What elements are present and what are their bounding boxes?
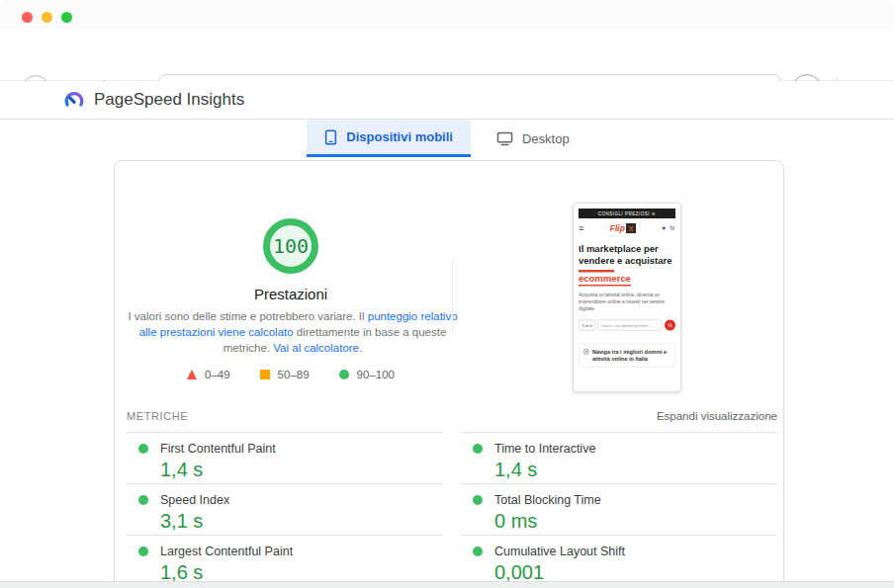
metric-speed-index: Speed Index 3,1 s <box>127 483 443 535</box>
rotating-word-strike <box>579 270 614 273</box>
metric-status-dot <box>138 546 148 556</box>
metrics-section-label: METRICHE <box>127 410 188 422</box>
site-preview-thumbnail: CONSIGLI PREZIOSI ✕ ≡ Flip X ♥ Il market… <box>573 203 681 392</box>
legend-range: 90–100 <box>357 369 395 380</box>
site-logo-text: Flip <box>610 223 625 233</box>
metric-label: Cumulative Layout Shift <box>494 545 625 558</box>
legend-item-good: 90–100 <box>339 369 395 380</box>
orange-square-icon <box>260 370 270 379</box>
page-title: PageSpeed Insights <box>94 90 244 110</box>
score-section: 100 Prestazioni I valori sono delle stim… <box>127 218 455 380</box>
metric-first-contentful-paint: First Contentful Paint 1,4 s <box>127 432 443 483</box>
green-circle-icon <box>339 370 349 379</box>
metric-cumulative-layout-shift: Cumulative Layout Shift 0,001 <box>461 535 777 586</box>
desktop-icon <box>496 131 513 146</box>
device-tabs: Dispositivi mobili Desktop <box>0 120 894 157</box>
site-heading: Il marketplace per vendere e acquistare <box>579 243 675 267</box>
site-promo-bar: CONSIGLI PREZIOSI ✕ <box>579 209 675 218</box>
metric-label: First Contentful Paint <box>160 442 276 456</box>
window-bottom-edge <box>0 581 894 588</box>
metric-time-to-interactive: Time to Interactive 1,4 s <box>461 432 777 483</box>
site-logo: Flip X <box>583 223 662 233</box>
metric-largest-contentful-paint: Largest Contentful Paint 1,6 s <box>127 535 443 586</box>
performance-score-value: 100 <box>273 234 309 258</box>
red-triangle-icon <box>187 370 197 379</box>
tab-label: Dispositivi mobili <box>346 129 453 144</box>
site-banner: Naviga tra i migliori domini e attività … <box>579 344 675 368</box>
site-search-input[interactable]: Cerca i tuoi domini preferiti <box>598 320 663 331</box>
score-legend: 0–49 50–89 90–100 <box>127 369 455 380</box>
tab-label: Desktop <box>522 131 570 146</box>
tab-desktop[interactable]: Desktop <box>479 120 587 157</box>
tab-dispositivi-mobili[interactable]: Dispositivi mobili <box>307 120 471 157</box>
site-description: Acquista un'attività online, diventa un … <box>579 292 675 312</box>
browser-toolbar: Search ••• <box>0 30 894 81</box>
disclaimer-text: I valori sono delle stime e potrebbero v… <box>128 310 367 322</box>
metric-status-dot <box>473 495 483 505</box>
metric-label: Speed Index <box>160 493 229 507</box>
metric-value: 0 ms <box>494 510 777 533</box>
compass-icon <box>583 349 590 356</box>
legend-item-average: 50–89 <box>260 369 310 380</box>
metric-label: Largest Contentful Paint <box>160 545 293 558</box>
cart-icon <box>670 225 676 231</box>
score-preview-divider <box>452 260 453 335</box>
metric-status-dot <box>138 444 148 454</box>
report-card: 100 Prestazioni I valori sono delle stim… <box>114 160 784 588</box>
metric-value: 1,4 s <box>160 459 443 481</box>
metric-total-blocking-time: Total Blocking Time 0 ms <box>461 483 777 535</box>
site-search-row: Tutti ▾ Cerca i tuoi domini preferiti <box>579 320 675 331</box>
legend-range: 50–89 <box>278 369 310 380</box>
site-logo-badge: X <box>626 223 636 233</box>
metric-label: Time to Interactive <box>494 442 595 456</box>
site-header: ≡ Flip X ♥ <box>579 220 675 236</box>
pagespeed-logo-icon <box>63 89 85 111</box>
metrics-grid: First Contentful Paint 1,4 s Time to Int… <box>127 432 777 586</box>
calculator-link[interactable]: Vai al calcolatore. <box>273 342 362 354</box>
metric-label: Total Blocking Time <box>494 493 601 507</box>
mobile-phone-icon <box>324 129 337 145</box>
site-heading-highlight: ecommerce <box>579 274 631 287</box>
metric-status-dot <box>473 546 483 556</box>
performance-score-label: Prestazioni <box>127 286 455 302</box>
metric-status-dot <box>473 444 483 454</box>
close-window-button[interactable] <box>22 12 33 23</box>
site-search-filter-dropdown[interactable]: Tutti ▾ <box>579 320 595 331</box>
wishlist-heart-icon: ♥ <box>662 225 666 232</box>
metric-value: 1,4 s <box>494 459 777 481</box>
legend-range: 0–49 <box>205 369 230 380</box>
search-icon <box>668 322 673 328</box>
metric-value: 3,1 s <box>160 510 443 533</box>
expand-view-link[interactable]: Espandi visualizzazione <box>657 410 777 422</box>
pagespeed-header: PageSpeed Insights <box>0 81 894 120</box>
window-titlebar <box>0 0 894 30</box>
site-banner-text: Naviga tra i migliori domini e attività … <box>592 348 671 363</box>
site-search-button[interactable] <box>665 320 675 331</box>
legend-item-poor: 0–49 <box>187 369 230 380</box>
metric-status-dot <box>138 495 148 505</box>
score-disclaimer: I valori sono delle stime e potrebbero v… <box>127 308 459 356</box>
minimize-window-button[interactable] <box>42 12 52 23</box>
zoom-window-button[interactable] <box>61 12 72 23</box>
performance-score-gauge[interactable]: 100 <box>263 218 318 274</box>
